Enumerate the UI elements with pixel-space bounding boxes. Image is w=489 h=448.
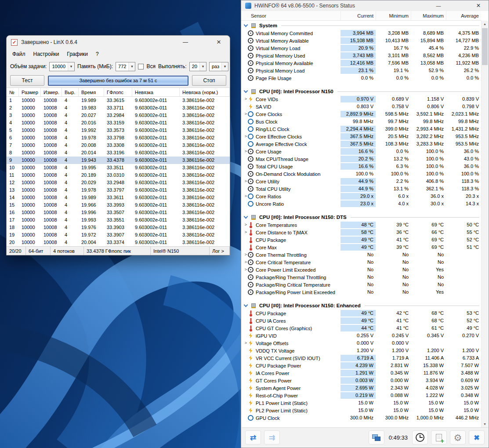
sensor-row[interactable]: Core Max49 °C39 °C69 °C51 °C [241, 244, 481, 251]
run-count-combo[interactable]: 20 [189, 62, 206, 71]
dropdown-arrow-icon[interactable] [221, 62, 228, 71]
close-button[interactable] [212, 38, 225, 47]
sensor-row[interactable]: Max CPU/Thread Usage20.2 %13.2 %100.0 %4… [241, 155, 481, 163]
sensor-row[interactable]: VR VCC Current (SVID IOUT)6.719 A1.719 A… [241, 354, 481, 362]
menu-item[interactable]: Настройки [29, 50, 63, 58]
scroll-down-icon[interactable] [482, 421, 488, 427]
table-row[interactable]: 51000010008419.99233.35739.603002e-0113.… [7, 127, 230, 134]
sensor-row[interactable]: PL2 Power Limit (Static)15.0 W15.0 W15.0… [241, 407, 481, 414]
test-button[interactable]: Тест [10, 75, 44, 86]
exit-button[interactable] [469, 430, 485, 444]
sensor-row[interactable]: >Core VIDs0.970 V0.689 V1.158 V0.839 V [241, 95, 481, 103]
table-row[interactable]: 201000010008420.00433.33749.603002e-0113… [7, 239, 230, 246]
collapse-chevron-icon[interactable] [244, 89, 248, 93]
column-header[interactable]: Maximum [411, 11, 446, 20]
sensor-row[interactable]: Total CPU Utility44.9 %13.1 %362.1 %118.… [241, 185, 481, 193]
sensor-row[interactable]: >Core Power Limit ExceededNoNoYes [241, 266, 481, 273]
sensor-row[interactable]: Package/Ring Power Limit ExceededNoNoYes [241, 288, 481, 296]
sensor-row[interactable]: Physical Memory Load23.1 %19.1 %52.9 %26… [241, 67, 481, 74]
sensor-row[interactable]: CPU GT Cores (Graphics)44 °C41 °C61 °C49… [241, 324, 481, 332]
table-row[interactable]: 121000010008420.02933.29489.603002e-0113… [7, 179, 230, 186]
sensor-row[interactable]: SA VID0.803 V0.758 V0.806 V0.798 V [241, 103, 481, 110]
expand-icon[interactable]: > [241, 95, 247, 103]
minimize-button[interactable] [179, 39, 192, 45]
sensor-row[interactable]: CPU Package49 °C41 °C69 °C52 °C [241, 236, 481, 244]
scrollbar[interactable] [481, 21, 488, 427]
expand-icon[interactable]: > [241, 229, 247, 236]
column-header[interactable]: Выр. [62, 88, 79, 96]
sensor-row[interactable]: >Core Effective Clocks367.5 MHz20.5 MHz3… [241, 133, 481, 140]
column-header[interactable]: Размер [19, 88, 41, 96]
sensor-row[interactable]: CPU Package Power4.239 W2.831 W15.338 W7… [241, 362, 481, 369]
column-header[interactable]: Невязка (норм.) [180, 88, 230, 96]
sensor-row[interactable]: >Core Usage16.6 %0.0 %100.0 %36.0 % [241, 148, 481, 155]
table-row[interactable]: 181000010008419.97633.39039.603002e-0113… [7, 224, 230, 231]
table-row[interactable]: 21000010008419.98333.37119.603002e-0113.… [7, 104, 230, 112]
menu-item[interactable]: Файл [8, 50, 29, 58]
column-header[interactable]: Sensor [241, 11, 340, 20]
sensor-row[interactable]: >Core Critical TemperatureNoNoNo [241, 259, 481, 266]
stop-button[interactable]: Стоп [192, 75, 226, 86]
table-row[interactable]: 91000010008419.94333.43789.603002e-0113.… [7, 157, 230, 164]
table-row[interactable]: 71000010008420.00833.33089.603002e-0113.… [7, 142, 230, 149]
section-header[interactable]: System [241, 22, 481, 29]
expand-icon[interactable]: > [241, 178, 247, 185]
expand-icon[interactable]: > [241, 133, 247, 140]
column-header[interactable]: Измер. [41, 88, 62, 96]
column-header[interactable]: Current [340, 11, 376, 20]
dropdown-arrow-icon[interactable] [199, 62, 206, 71]
sensor-row[interactable]: GT Cores Power0.003 W0.000 W3.934 W0.609… [241, 377, 481, 384]
sensor-row[interactable]: Uncore Ratio23.0 x4.0 x30.0 x14.3 x [241, 200, 481, 208]
nav-forward-button[interactable] [264, 430, 280, 444]
collapse-chevron-icon[interactable] [244, 23, 248, 27]
table-row[interactable]: 81000010008420.01433.31969.603002e-0113.… [7, 149, 230, 157]
remote-monitoring-button[interactable] [369, 430, 384, 444]
table-row[interactable]: 151000010008419.96633.39939.603002e-0113… [7, 201, 230, 209]
table-row[interactable]: 141000010008419.98933.36119.603002e-0113… [7, 194, 230, 201]
column-header[interactable]: ГФлопс [104, 88, 132, 96]
expand-icon[interactable]: > [241, 266, 247, 273]
sensor-row[interactable]: >Core Utility44.9 %2.2 %406.8 %118.3 % [241, 178, 481, 185]
sensor-row[interactable]: PL1 Power Limit (Static)15.0 W15.0 W15.0… [241, 399, 481, 407]
run-unit-combo[interactable]: раз [209, 62, 228, 71]
expand-icon[interactable]: > [241, 339, 247, 347]
table-row[interactable]: 41000010008420.01633.31599.603002e-0113.… [7, 119, 230, 127]
expand-icon[interactable]: > [241, 193, 247, 200]
task-size-combo[interactable]: 10000 [49, 62, 75, 71]
sensor-row[interactable]: Rest-of-Chip Power0.219 W0.088 W1.222 W0… [241, 392, 481, 399]
sensor-row[interactable]: >Core Ratios29.0 x6.0 x36.0 x20.3 x [241, 193, 481, 200]
expand-icon[interactable]: > [241, 251, 247, 259]
column-header[interactable]: Время [79, 88, 104, 96]
scrollbar-thumb[interactable] [482, 28, 488, 65]
table-row[interactable]: 131000010008419.97833.37979.603002e-0113… [7, 186, 230, 194]
linx-titlebar[interactable]: Завершено - LinX 0.6.4 [7, 36, 230, 49]
sensor-row[interactable]: Virtual Memory Available15,108 MB10,413 … [241, 37, 481, 44]
sensor-row[interactable]: Virtual Memory Load20.9 %16.7 %45.4 %22.… [241, 44, 481, 52]
sensor-row[interactable]: Package/Ring Critical TemperatureNoNoNo [241, 281, 481, 288]
sensor-row[interactable]: >Core Temperatures48 °C39 °C69 °C50 °C [241, 221, 481, 229]
sensor-row[interactable]: Average Effective Clock367.5 MHz108.3 MH… [241, 140, 481, 148]
expand-icon[interactable]: > [241, 148, 247, 155]
sensor-row[interactable]: iGPU VID0.255 V0.245 V0.345 V0.270 V [241, 332, 481, 339]
hwinfo-titlebar[interactable]: HWiNFO® 64 v8.06-5500 - Sensors Status [241, 0, 489, 11]
column-header[interactable]: № [7, 88, 19, 96]
sensor-row[interactable]: CPU IA Cores49 °C41 °C68 °C52 °C [241, 317, 481, 324]
table-row[interactable]: 191000010008419.97233.39079.603002e-0113… [7, 231, 230, 239]
sensor-row[interactable]: System Agent Power2.695 W2.343 W4.028 W3… [241, 384, 481, 392]
sensor-row[interactable]: CPU Package49 °C42 °C68 °C53 °C [241, 310, 481, 317]
report-button[interactable] [431, 430, 447, 444]
sensor-row[interactable]: Total CPU Usage16.6 %6.3 %100.0 %36.0 % [241, 163, 481, 170]
sensor-row[interactable]: Virtual Memory Committed3,994 MB3,208 MB… [241, 29, 481, 37]
scroll-up-icon[interactable] [482, 21, 488, 27]
close-button[interactable] [472, 2, 485, 10]
table-row[interactable]: 171000010008419.99333.35519.603002e-0113… [7, 216, 230, 224]
expand-icon[interactable]: > [241, 259, 247, 266]
sensor-row[interactable]: >Core Distance to TjMAX58 °C36 °C66 °C55… [241, 229, 481, 236]
sensor-row[interactable]: IA Cores Power1.291 W0.345 W11.876 W3.48… [241, 369, 481, 377]
menu-item[interactable]: Графики [63, 50, 92, 58]
column-header[interactable]: Невязка [132, 88, 180, 96]
dropdown-arrow-icon[interactable] [128, 62, 135, 71]
sensor-row[interactable]: On-Demand Clock Modulation100.0 %100.0 %… [241, 170, 481, 178]
table-row[interactable]: 161000010008419.99633.35079.603002e-0113… [7, 209, 230, 216]
settings-button[interactable] [450, 430, 466, 444]
